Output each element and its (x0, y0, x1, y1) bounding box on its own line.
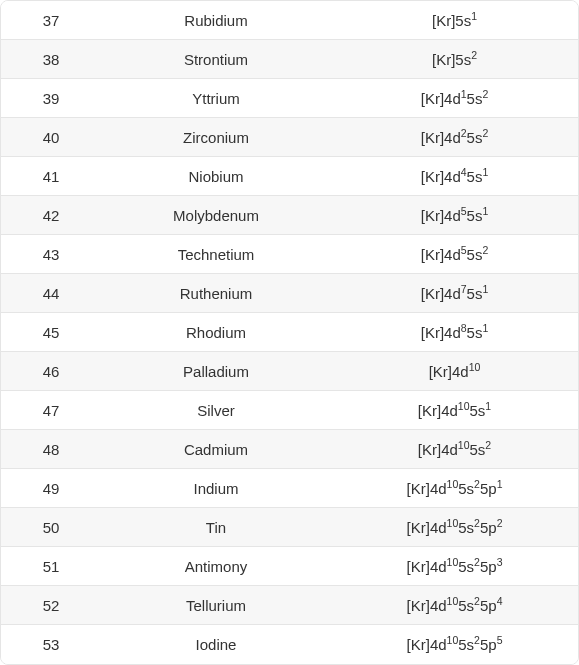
table-row: 45Rhodium[Kr]4d85s1 (1, 313, 578, 352)
noble-gas-core: [Kr] (421, 324, 444, 341)
subshell-exponent: 2 (497, 517, 503, 529)
subshell-orbital: 4d (430, 636, 447, 653)
element-name-cell: Antimony (101, 558, 331, 575)
subshell-exponent: 10 (458, 439, 470, 451)
electron-configuration-cell: [Kr]4d55s1 (331, 207, 578, 224)
subshell-orbital: 5s (467, 207, 483, 224)
noble-gas-core: [Kr] (407, 480, 430, 497)
element-name-cell: Technetium (101, 246, 331, 263)
subshell-exponent: 2 (485, 439, 491, 451)
electron-configuration-cell: [Kr]5s2 (331, 51, 578, 68)
element-name-cell: Ruthenium (101, 285, 331, 302)
table-row: 49Indium[Kr]4d105s25p1 (1, 469, 578, 508)
electron-configuration-cell: [Kr]4d105s25p1 (331, 480, 578, 497)
noble-gas-core: [Kr] (421, 285, 444, 302)
atomic-number-cell: 39 (1, 90, 101, 107)
atomic-number-cell: 51 (1, 558, 101, 575)
electron-configuration-cell: [Kr]4d75s1 (331, 285, 578, 302)
element-name-cell: Indium (101, 480, 331, 497)
table-row: 50Tin[Kr]4d105s25p2 (1, 508, 578, 547)
subshell-exponent: 1 (482, 205, 488, 217)
element-name-cell: Molybdenum (101, 207, 331, 224)
subshell-orbital: 4d (444, 90, 461, 107)
atomic-number-cell: 52 (1, 597, 101, 614)
atomic-number-cell: 42 (1, 207, 101, 224)
subshell-orbital: 5p (480, 480, 497, 497)
subshell-orbital: 4d (444, 207, 461, 224)
subshell-orbital: 5s (455, 12, 471, 29)
subshell-orbital: 4d (441, 441, 458, 458)
electron-configuration-cell: [Kr]4d15s2 (331, 90, 578, 107)
subshell-orbital: 5p (480, 558, 497, 575)
subshell-orbital: 5s (467, 129, 483, 146)
noble-gas-core: [Kr] (421, 129, 444, 146)
atomic-number-cell: 44 (1, 285, 101, 302)
table-row: 46Palladium[Kr]4d10 (1, 352, 578, 391)
noble-gas-core: [Kr] (407, 597, 430, 614)
subshell-orbital: 5s (458, 597, 474, 614)
subshell-exponent: 2 (482, 244, 488, 256)
table-row: 44Ruthenium[Kr]4d75s1 (1, 274, 578, 313)
noble-gas-core: [Kr] (407, 519, 430, 536)
noble-gas-core: [Kr] (407, 636, 430, 653)
subshell-exponent: 1 (471, 10, 477, 22)
subshell-orbital: 4d (430, 597, 447, 614)
subshell-exponent: 10 (447, 634, 459, 646)
subshell-orbital: 5s (458, 519, 474, 536)
electron-configuration-cell: [Kr]4d105s25p2 (331, 519, 578, 536)
subshell-exponent: 4 (497, 595, 503, 607)
subshell-orbital: 5s (458, 480, 474, 497)
element-name-cell: Iodine (101, 636, 331, 653)
subshell-exponent: 10 (447, 478, 459, 490)
table-row: 48Cadmium[Kr]4d105s2 (1, 430, 578, 469)
subshell-exponent: 2 (471, 49, 477, 61)
subshell-exponent: 2 (482, 127, 488, 139)
electron-configuration-cell: [Kr]4d45s1 (331, 168, 578, 185)
noble-gas-core: [Kr] (432, 51, 455, 68)
atomic-number-cell: 50 (1, 519, 101, 536)
subshell-orbital: 4d (452, 363, 469, 380)
atomic-number-cell: 41 (1, 168, 101, 185)
noble-gas-core: [Kr] (432, 12, 455, 29)
electron-configuration-cell: [Kr]4d85s1 (331, 324, 578, 341)
table-row: 37Rubidium[Kr]5s1 (1, 1, 578, 40)
atomic-number-cell: 40 (1, 129, 101, 146)
subshell-exponent: 10 (469, 361, 481, 373)
atomic-number-cell: 46 (1, 363, 101, 380)
table-row: 41Niobium[Kr]4d45s1 (1, 157, 578, 196)
atomic-number-cell: 45 (1, 324, 101, 341)
subshell-exponent: 1 (482, 322, 488, 334)
element-name-cell: Palladium (101, 363, 331, 380)
noble-gas-core: [Kr] (418, 402, 441, 419)
subshell-orbital: 4d (444, 168, 461, 185)
subshell-orbital: 5p (480, 597, 497, 614)
electron-configuration-table: 37Rubidium[Kr]5s138Strontium[Kr]5s239Ytt… (0, 0, 579, 665)
table-row: 39Yttrium[Kr]4d15s2 (1, 79, 578, 118)
noble-gas-core: [Kr] (429, 363, 452, 380)
atomic-number-cell: 43 (1, 246, 101, 263)
noble-gas-core: [Kr] (421, 90, 444, 107)
subshell-orbital: 4d (444, 246, 461, 263)
electron-configuration-cell: [Kr]5s1 (331, 12, 578, 29)
subshell-orbital: 4d (430, 519, 447, 536)
noble-gas-core: [Kr] (421, 207, 444, 224)
noble-gas-core: [Kr] (418, 441, 441, 458)
electron-configuration-cell: [Kr]4d105s2 (331, 441, 578, 458)
subshell-orbital: 4d (444, 285, 461, 302)
subshell-orbital: 5s (467, 90, 483, 107)
subshell-exponent: 5 (497, 634, 503, 646)
subshell-exponent: 10 (447, 595, 459, 607)
subshell-orbital: 5s (467, 246, 483, 263)
subshell-exponent: 1 (482, 283, 488, 295)
atomic-number-cell: 48 (1, 441, 101, 458)
subshell-exponent: 1 (485, 400, 491, 412)
electron-configuration-cell: [Kr]4d25s2 (331, 129, 578, 146)
subshell-exponent: 10 (458, 400, 470, 412)
electron-configuration-cell: [Kr]4d105s1 (331, 402, 578, 419)
noble-gas-core: [Kr] (407, 558, 430, 575)
atomic-number-cell: 38 (1, 51, 101, 68)
atomic-number-cell: 53 (1, 636, 101, 653)
element-name-cell: Rhodium (101, 324, 331, 341)
noble-gas-core: [Kr] (421, 246, 444, 263)
electron-configuration-cell: [Kr]4d10 (331, 363, 578, 380)
